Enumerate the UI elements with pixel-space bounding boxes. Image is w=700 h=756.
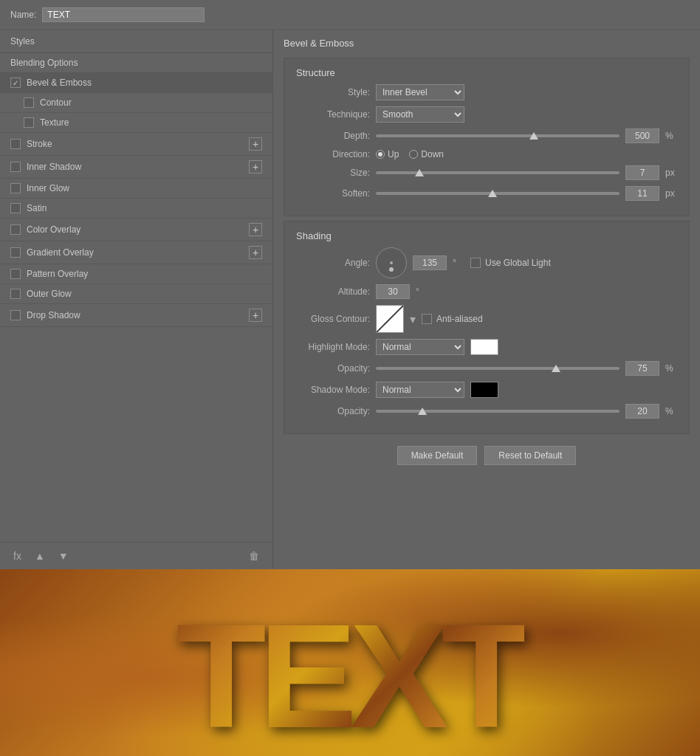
texture-checkbox[interactable] bbox=[24, 117, 34, 128]
style-label: Style: bbox=[296, 87, 370, 97]
shadow-color-swatch[interactable] bbox=[470, 382, 498, 398]
size-label: Size: bbox=[296, 168, 370, 178]
drop-shadow-checkbox[interactable] bbox=[10, 310, 21, 320]
soften-slider-thumb[interactable] bbox=[488, 190, 497, 197]
name-input[interactable] bbox=[42, 7, 205, 22]
highlight-mode-row: Highlight Mode: Normal Screen Multiply bbox=[296, 339, 677, 355]
shadow-mode-select[interactable]: Normal Screen Multiply bbox=[376, 382, 464, 398]
sidebar-item-satin[interactable]: Satin bbox=[0, 199, 272, 219]
soften-slider-track[interactable] bbox=[376, 192, 620, 195]
contour-checkbox[interactable] bbox=[24, 97, 34, 108]
fx-button[interactable]: fx bbox=[10, 549, 24, 563]
contour-dropdown-arrow[interactable]: ▾ bbox=[410, 312, 416, 326]
highlight-opacity-input[interactable] bbox=[625, 361, 659, 376]
soften-label: Soften: bbox=[296, 188, 370, 199]
color-overlay-checkbox[interactable] bbox=[10, 224, 21, 235]
shadow-mode-label: Shadow Mode: bbox=[296, 385, 370, 395]
shadow-opacity-thumb[interactable] bbox=[418, 408, 427, 415]
highlight-opacity-thumb[interactable] bbox=[552, 365, 560, 372]
blending-options-item[interactable]: Blending Options bbox=[0, 53, 272, 73]
soften-input[interactable] bbox=[625, 186, 659, 201]
pattern-overlay-checkbox[interactable] bbox=[10, 269, 21, 279]
drop-shadow-plus-btn[interactable]: + bbox=[249, 309, 262, 322]
anti-aliased-checkbox[interactable] bbox=[422, 314, 432, 324]
angle-center-dot bbox=[390, 261, 393, 264]
sidebar-item-texture[interactable]: Texture bbox=[0, 113, 272, 133]
sidebar-item-inner-shadow[interactable]: Inner Shadow + bbox=[0, 156, 272, 179]
gradient-overlay-checkbox[interactable] bbox=[10, 247, 21, 258]
outer-glow-checkbox[interactable] bbox=[10, 289, 21, 299]
highlight-mode-select[interactable]: Normal Screen Multiply bbox=[376, 339, 464, 355]
angle-input[interactable] bbox=[413, 255, 447, 270]
angle-indicator-dot bbox=[389, 267, 394, 272]
highlight-color-swatch[interactable] bbox=[470, 339, 498, 355]
make-default-button[interactable]: Make Default bbox=[397, 446, 478, 465]
size-row: Size: px bbox=[296, 165, 677, 180]
technique-row: Technique: Smooth Chisel Hard Chisel Sof… bbox=[296, 106, 677, 123]
stroke-plus-btn[interactable]: + bbox=[249, 137, 262, 151]
altitude-row: Altitude: ° bbox=[296, 284, 677, 299]
satin-checkbox[interactable] bbox=[10, 203, 21, 213]
size-input[interactable] bbox=[625, 165, 659, 180]
stroke-checkbox[interactable] bbox=[10, 139, 21, 149]
sidebar-item-gradient-overlay[interactable]: Gradient Overlay + bbox=[0, 241, 272, 264]
sidebar-item-stroke[interactable]: Stroke + bbox=[0, 133, 272, 156]
sidebar-item-drop-shadow[interactable]: Drop Shadow + bbox=[0, 304, 272, 327]
inner-shadow-checkbox[interactable] bbox=[10, 162, 21, 172]
shadow-opacity-slider-track[interactable] bbox=[376, 410, 620, 413]
move-down-button[interactable]: ▼ bbox=[55, 549, 72, 563]
color-overlay-plus-btn[interactable]: + bbox=[249, 223, 262, 236]
direction-up-radio[interactable]: Up bbox=[376, 149, 399, 159]
technique-select[interactable]: Smooth Chisel Hard Chisel Soft bbox=[376, 106, 464, 123]
color-overlay-label: Color Overlay bbox=[27, 224, 243, 235]
altitude-input[interactable] bbox=[376, 284, 410, 299]
left-panel: Styles Blending Options Bevel & Emboss C… bbox=[0, 30, 273, 569]
move-up-button[interactable]: ▲ bbox=[32, 549, 48, 563]
inner-glow-label: Inner Glow bbox=[27, 183, 262, 193]
panel-title: Bevel & Emboss bbox=[273, 30, 700, 53]
structure-title: Structure bbox=[296, 67, 677, 84]
style-select[interactable]: Inner Bevel Outer Bevel Emboss Pillow Em… bbox=[376, 84, 464, 100]
size-slider-thumb[interactable] bbox=[415, 169, 424, 176]
highlight-opacity-slider-track[interactable] bbox=[376, 367, 620, 370]
sidebar-item-inner-glow[interactable]: Inner Glow bbox=[0, 179, 272, 199]
direction-down-radio[interactable]: Down bbox=[409, 149, 444, 159]
pattern-overlay-label: Pattern Overlay bbox=[27, 269, 262, 279]
sidebar-item-pattern-overlay[interactable]: Pattern Overlay bbox=[0, 264, 272, 284]
gloss-contour-preview[interactable] bbox=[376, 305, 404, 333]
direction-label: Direction: bbox=[296, 149, 370, 159]
depth-slider-track[interactable] bbox=[376, 134, 620, 137]
depth-input[interactable] bbox=[625, 128, 659, 143]
direction-down-circle bbox=[409, 150, 418, 159]
gloss-contour-row: Gloss Contour: ▾ Anti-aliased bbox=[296, 305, 677, 333]
bottom-buttons: Make Default Reset to Default bbox=[273, 439, 700, 472]
inner-shadow-plus-btn[interactable]: + bbox=[249, 160, 262, 173]
depth-unit: % bbox=[665, 131, 677, 141]
stroke-label: Stroke bbox=[27, 139, 243, 149]
depth-slider-thumb[interactable] bbox=[529, 132, 538, 140]
structure-section: Structure Style: Inner Bevel Outer Bevel… bbox=[284, 58, 690, 216]
sidebar-item-bevel-emboss[interactable]: Bevel & Emboss bbox=[0, 73, 272, 93]
shadow-opacity-unit: % bbox=[665, 406, 677, 416]
angle-row: Angle: ° Use Global Light bbox=[296, 247, 677, 278]
drop-shadow-label: Drop Shadow bbox=[27, 310, 243, 320]
gradient-overlay-plus-btn[interactable]: + bbox=[249, 246, 262, 259]
delete-button[interactable]: 🗑 bbox=[246, 549, 262, 563]
shadow-opacity-input[interactable] bbox=[625, 404, 659, 419]
bevel-emboss-checkbox[interactable] bbox=[10, 78, 21, 88]
sidebar-item-color-overlay[interactable]: Color Overlay + bbox=[0, 219, 272, 241]
shadow-opacity-label: Opacity: bbox=[296, 406, 370, 416]
sidebar-item-outer-glow[interactable]: Outer Glow bbox=[0, 284, 272, 304]
reset-to-default-button[interactable]: Reset to Default bbox=[484, 446, 576, 465]
style-row: Style: Inner Bevel Outer Bevel Emboss Pi… bbox=[296, 84, 677, 100]
global-light-checkbox[interactable] bbox=[470, 258, 481, 268]
direction-up-label: Up bbox=[388, 149, 399, 159]
size-slider-track[interactable] bbox=[376, 171, 620, 174]
sidebar-item-contour[interactable]: Contour bbox=[0, 93, 272, 113]
angle-wheel[interactable] bbox=[376, 247, 407, 278]
highlight-opacity-label: Opacity: bbox=[296, 363, 370, 374]
shading-title: Shading bbox=[296, 230, 677, 247]
shadow-opacity-row: Opacity: % bbox=[296, 404, 677, 419]
global-light-row: Use Global Light bbox=[470, 258, 551, 268]
inner-glow-checkbox[interactable] bbox=[10, 183, 21, 193]
